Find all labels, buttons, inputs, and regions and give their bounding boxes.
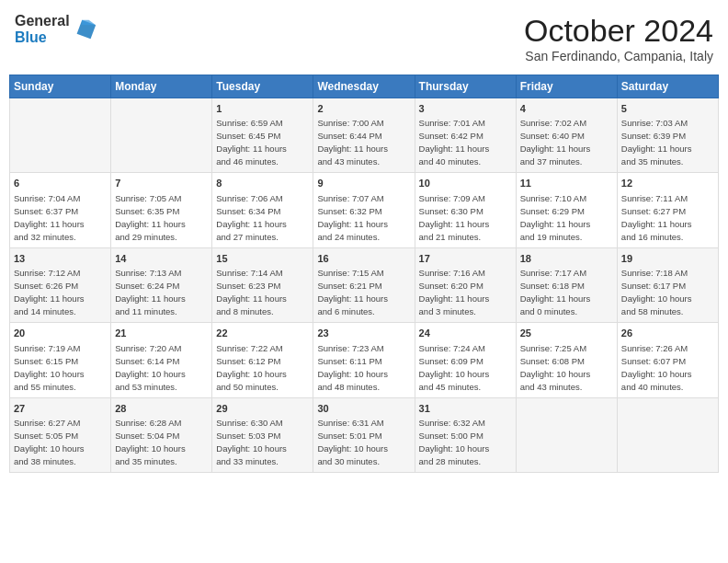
day-info: Sunrise: 7:12 AM Sunset: 6:26 PM Dayligh… — [14, 268, 85, 316]
day-info: Sunrise: 7:05 AM Sunset: 6:35 PM Dayligh… — [115, 193, 186, 242]
day-number: 20 — [14, 327, 107, 340]
header-wednesday: Wednesday — [313, 75, 415, 98]
day-info: Sunrise: 7:18 AM Sunset: 6:17 PM Dayligh… — [621, 268, 692, 316]
calendar-cell — [617, 397, 718, 472]
day-number: 12 — [621, 177, 714, 190]
day-info: Sunrise: 6:59 AM Sunset: 6:45 PM Dayligh… — [216, 118, 287, 167]
location: San Ferdinando, Campania, Italy — [524, 49, 713, 63]
day-info: Sunrise: 7:00 AM Sunset: 6:44 PM Dayligh… — [317, 118, 388, 167]
day-number: 24 — [419, 327, 512, 340]
calendar-cell: 19Sunrise: 7:18 AM Sunset: 6:17 PM Dayli… — [617, 247, 718, 322]
header-sunday: Sunday — [10, 75, 111, 98]
day-info: Sunrise: 7:25 AM Sunset: 6:08 PM Dayligh… — [520, 343, 591, 392]
day-info: Sunrise: 7:06 AM Sunset: 6:34 PM Dayligh… — [216, 193, 287, 242]
calendar-cell: 20Sunrise: 7:19 AM Sunset: 6:15 PM Dayli… — [10, 323, 111, 397]
title-section: October 2024 San Ferdinando, Campania, I… — [524, 13, 713, 63]
day-info: Sunrise: 7:03 AM Sunset: 6:39 PM Dayligh… — [621, 118, 692, 167]
calendar-cell: 9Sunrise: 7:07 AM Sunset: 6:32 PM Daylig… — [313, 173, 415, 247]
day-number: 13 — [14, 252, 107, 266]
header-tuesday: Tuesday — [212, 75, 313, 98]
day-info: Sunrise: 7:16 AM Sunset: 6:20 PM Dayligh… — [419, 268, 490, 316]
calendar-cell: 16Sunrise: 7:15 AM Sunset: 6:21 PM Dayli… — [313, 247, 415, 322]
day-number: 14 — [115, 252, 208, 266]
day-number: 21 — [115, 327, 208, 340]
header-thursday: Thursday — [415, 75, 516, 98]
day-number: 25 — [520, 327, 613, 340]
header-monday: Monday — [111, 75, 212, 98]
day-number: 22 — [216, 327, 309, 340]
day-number: 11 — [520, 177, 613, 190]
day-info: Sunrise: 7:26 AM Sunset: 6:07 PM Dayligh… — [621, 343, 692, 392]
calendar-cell: 3Sunrise: 7:01 AM Sunset: 6:42 PM Daylig… — [415, 98, 516, 173]
calendar-cell — [111, 98, 212, 173]
day-info: Sunrise: 7:07 AM Sunset: 6:32 PM Dayligh… — [317, 193, 388, 242]
calendar-cell: 15Sunrise: 7:14 AM Sunset: 6:23 PM Dayli… — [212, 247, 313, 322]
day-info: Sunrise: 7:02 AM Sunset: 6:40 PM Dayligh… — [520, 118, 591, 167]
calendar-cell: 4Sunrise: 7:02 AM Sunset: 6:40 PM Daylig… — [516, 98, 617, 173]
day-number: 26 — [621, 327, 714, 340]
calendar-cell: 14Sunrise: 7:13 AM Sunset: 6:24 PM Dayli… — [111, 247, 212, 322]
calendar-cell: 31Sunrise: 6:32 AM Sunset: 5:00 PM Dayli… — [415, 397, 516, 472]
day-info: Sunrise: 7:24 AM Sunset: 6:09 PM Dayligh… — [419, 343, 490, 392]
day-info: Sunrise: 6:30 AM Sunset: 5:03 PM Dayligh… — [216, 418, 287, 466]
calendar-cell: 12Sunrise: 7:11 AM Sunset: 6:27 PM Dayli… — [617, 173, 718, 247]
calendar-cell: 24Sunrise: 7:24 AM Sunset: 6:09 PM Dayli… — [415, 323, 516, 397]
calendar-cell: 13Sunrise: 7:12 AM Sunset: 6:26 PM Dayli… — [10, 247, 111, 322]
header-friday: Friday — [516, 75, 617, 98]
day-info: Sunrise: 7:15 AM Sunset: 6:21 PM Dayligh… — [317, 268, 388, 316]
calendar-cell — [516, 397, 617, 472]
day-info: Sunrise: 7:01 AM Sunset: 6:42 PM Dayligh… — [419, 118, 490, 167]
calendar-week-row: 27Sunrise: 6:27 AM Sunset: 5:05 PM Dayli… — [10, 397, 719, 472]
day-number: 9 — [317, 177, 410, 190]
logo: General Blue — [15, 13, 97, 45]
calendar-week-row: 20Sunrise: 7:19 AM Sunset: 6:15 PM Dayli… — [10, 323, 719, 397]
header-saturday: Saturday — [617, 75, 718, 98]
calendar-table: SundayMondayTuesdayWednesdayThursdayFrid… — [9, 75, 719, 473]
day-info: Sunrise: 7:22 AM Sunset: 6:12 PM Dayligh… — [216, 343, 287, 392]
calendar-cell: 30Sunrise: 6:31 AM Sunset: 5:01 PM Dayli… — [313, 397, 415, 472]
svg-marker-1 — [82, 19, 96, 25]
day-number: 16 — [317, 252, 410, 266]
calendar-cell: 11Sunrise: 7:10 AM Sunset: 6:29 PM Dayli… — [516, 173, 617, 247]
calendar-cell: 25Sunrise: 7:25 AM Sunset: 6:08 PM Dayli… — [516, 323, 617, 397]
calendar-cell: 28Sunrise: 6:28 AM Sunset: 5:04 PM Dayli… — [111, 397, 212, 472]
calendar-cell: 29Sunrise: 6:30 AM Sunset: 5:03 PM Dayli… — [212, 397, 313, 472]
calendar-cell: 23Sunrise: 7:23 AM Sunset: 6:11 PM Dayli… — [313, 323, 415, 397]
calendar-cell: 27Sunrise: 6:27 AM Sunset: 5:05 PM Dayli… — [10, 397, 111, 472]
day-info: Sunrise: 7:13 AM Sunset: 6:24 PM Dayligh… — [115, 268, 186, 316]
day-info: Sunrise: 6:27 AM Sunset: 5:05 PM Dayligh… — [14, 418, 85, 466]
day-number: 1 — [216, 102, 309, 116]
day-number: 19 — [621, 252, 714, 266]
day-number: 2 — [317, 102, 410, 116]
calendar-cell: 7Sunrise: 7:05 AM Sunset: 6:35 PM Daylig… — [111, 173, 212, 247]
day-info: Sunrise: 7:04 AM Sunset: 6:37 PM Dayligh… — [14, 193, 85, 242]
day-number: 28 — [115, 402, 208, 416]
day-number: 5 — [621, 102, 714, 116]
logo-blue-text: Blue — [15, 29, 70, 46]
day-info: Sunrise: 7:11 AM Sunset: 6:27 PM Dayligh… — [621, 193, 692, 242]
day-info: Sunrise: 7:17 AM Sunset: 6:18 PM Dayligh… — [520, 268, 591, 316]
day-info: Sunrise: 6:32 AM Sunset: 5:00 PM Dayligh… — [419, 418, 490, 466]
calendar-week-row: 13Sunrise: 7:12 AM Sunset: 6:26 PM Dayli… — [10, 247, 719, 322]
day-info: Sunrise: 7:23 AM Sunset: 6:11 PM Dayligh… — [317, 343, 388, 392]
day-number: 10 — [419, 177, 512, 190]
calendar-cell: 26Sunrise: 7:26 AM Sunset: 6:07 PM Dayli… — [617, 323, 718, 397]
calendar-cell: 2Sunrise: 7:00 AM Sunset: 6:44 PM Daylig… — [313, 98, 415, 173]
day-info: Sunrise: 6:31 AM Sunset: 5:01 PM Dayligh… — [317, 418, 388, 466]
day-info: Sunrise: 7:19 AM Sunset: 6:15 PM Dayligh… — [14, 343, 85, 392]
calendar-cell: 18Sunrise: 7:17 AM Sunset: 6:18 PM Dayli… — [516, 247, 617, 322]
day-info: Sunrise: 7:09 AM Sunset: 6:30 PM Dayligh… — [419, 193, 490, 242]
day-number: 17 — [419, 252, 512, 266]
day-number: 23 — [317, 327, 410, 340]
day-number: 15 — [216, 252, 309, 266]
day-number: 6 — [14, 177, 107, 190]
logo-general-text: General — [15, 13, 70, 29]
calendar-cell: 8Sunrise: 7:06 AM Sunset: 6:34 PM Daylig… — [212, 173, 313, 247]
day-number: 8 — [216, 177, 309, 190]
calendar-cell: 6Sunrise: 7:04 AM Sunset: 6:37 PM Daylig… — [10, 173, 111, 247]
day-number: 27 — [14, 402, 107, 416]
day-number: 3 — [419, 102, 512, 116]
calendar-cell — [10, 98, 111, 173]
day-info: Sunrise: 6:28 AM Sunset: 5:04 PM Dayligh… — [115, 418, 186, 466]
calendar-header-row: SundayMondayTuesdayWednesdayThursdayFrid… — [10, 75, 719, 98]
